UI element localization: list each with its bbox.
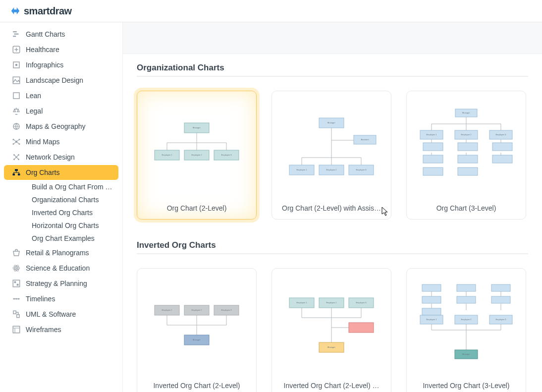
svg-text:Employee 1: Employee 1 — [296, 301, 307, 304]
template-preview: Employee 1Employee 2Employee 3Manager — [272, 269, 391, 377]
template-card[interactable]: Employee 1Employee 2Employee 3ManagerInv… — [271, 268, 391, 392]
svg-text:Manager: Manager — [462, 112, 470, 114]
svg-rect-1 — [14, 34, 19, 35]
svg-text:Manager: Manager — [462, 353, 470, 355]
lean-icon — [12, 91, 21, 100]
sidebar-item-lean[interactable]: Lean — [4, 88, 118, 103]
sidebar-item-landscape-design[interactable]: Landscape Design — [4, 73, 118, 88]
svg-text:Employee 3: Employee 3 — [356, 168, 367, 171]
svg-rect-62 — [458, 143, 478, 151]
sidebar-item-label: Legal — [26, 107, 43, 115]
infographic-icon — [12, 60, 21, 69]
brand-name: smartdraw — [24, 5, 72, 17]
sidebar-item-gantt-charts[interactable]: Gantt Charts — [4, 27, 118, 42]
brand-logo[interactable]: smartdraw — [10, 5, 72, 17]
svg-text:Employee 1: Employee 1 — [426, 318, 437, 321]
sidebar-item-timelines[interactable]: Timelines — [4, 291, 118, 306]
section-title-organizational: Organizational Charts — [137, 63, 528, 73]
svg-rect-20 — [13, 173, 15, 175]
legal-icon — [12, 107, 21, 115]
svg-rect-0 — [13, 31, 17, 32]
section-title-inverted: Inverted Org Charts — [137, 240, 528, 250]
sidebar-subitem-build-a-org-chart-from-data[interactable]: Build a Org Chart From Data — [4, 180, 118, 193]
retail-icon — [12, 248, 21, 257]
logo-icon — [10, 5, 21, 16]
sidebar-item-strategy-planning[interactable]: Strategy & Planning — [4, 276, 118, 291]
sidebar-item-infographics[interactable]: Infographics — [4, 57, 118, 72]
healthcare-icon — [12, 45, 21, 54]
sidebar-item-network-design[interactable]: Network Design — [4, 150, 118, 165]
sidebar-item-legal[interactable]: Legal — [4, 104, 118, 118]
sidebar-item-label: Landscape Design — [26, 76, 83, 84]
svg-rect-83 — [349, 323, 374, 333]
sidebar-item-label: Gantt Charts — [26, 30, 65, 38]
uml-icon — [12, 310, 21, 319]
sidebar-item-label: Science & Education — [26, 264, 90, 272]
toolbar-area — [123, 22, 542, 54]
svg-rect-64 — [423, 155, 443, 163]
svg-text:Employee 2: Employee 2 — [461, 318, 472, 321]
sidebar-item-science-education[interactable]: Science & Education — [4, 261, 118, 276]
svg-rect-28 — [17, 284, 19, 286]
template-label: Inverted Org Chart (3-Level) — [407, 377, 526, 392]
template-card[interactable]: ManagerAssistantEmployee 1Employee 2Empl… — [271, 91, 391, 220]
sidebar-item-label: Maps & Geography — [26, 122, 86, 130]
sidebar-subitem-inverted-org-charts[interactable]: Inverted Org Charts — [4, 206, 118, 219]
strategy-icon — [12, 279, 21, 288]
svg-rect-63 — [492, 143, 512, 151]
template-card[interactable]: Employee 1Employee 2Employee 3ManagerInv… — [137, 268, 257, 392]
sidebar-item-mind-maps[interactable]: Mind Maps — [4, 134, 118, 149]
svg-text:Assistant: Assistant — [361, 138, 369, 141]
sidebar-item-maps-geography[interactable]: Maps & Geography — [4, 119, 118, 134]
svg-text:Manager: Manager — [327, 346, 335, 348]
svg-text:Employee 2: Employee 2 — [461, 133, 472, 136]
template-preview: ManagerEmployee 1Employee 2Employee 3 — [407, 91, 526, 199]
svg-text:Employee 3: Employee 3 — [495, 133, 506, 136]
sidebar-subitem-org-chart-examples[interactable]: Org Chart Examples — [4, 232, 118, 245]
svg-text:Employee 1: Employee 1 — [162, 309, 172, 311]
mindmap-icon — [12, 137, 21, 146]
svg-text:Manager: Manager — [327, 121, 335, 124]
sidebar-item-retail-planograms[interactable]: Retail & Planograms — [4, 245, 118, 260]
sidebar-subitem-horizontal-org-charts[interactable]: Horizontal Org Charts — [4, 219, 118, 232]
template-card[interactable]: Employee 1Employee 2Employee 3ManagerInv… — [406, 268, 526, 392]
template-card[interactable]: ManagerEmployee 1Employee 2Employee 3Org… — [406, 91, 526, 220]
svg-text:Manager: Manager — [193, 126, 201, 129]
template-card[interactable]: ManagerEmployee 1Employee 2Employee 3Org… — [137, 91, 257, 220]
sidebar-item-uml-software[interactable]: UML & Software — [4, 307, 118, 322]
sidebar: Gantt ChartsHealthcareInfographicsLandsc… — [0, 22, 123, 392]
svg-rect-88 — [491, 284, 510, 291]
template-label: Inverted Org Chart (2-Level) … — [272, 377, 391, 392]
sidebar-item-wireframes[interactable]: Wireframes — [4, 322, 118, 337]
svg-text:Employee 3: Employee 3 — [221, 154, 232, 156]
sidebar-item-healthcare[interactable]: Healthcare — [4, 42, 118, 57]
template-preview: ManagerAssistantEmployee 1Employee 2Empl… — [272, 91, 391, 199]
svg-text:Manager: Manager — [193, 338, 201, 341]
template-label: Org Chart (2-Level) with Assis… — [272, 199, 391, 219]
template-preview: ManagerEmployee 1Employee 2Employee 3 — [137, 91, 256, 199]
sidebar-subitem-organizational-charts[interactable]: Organizational Charts — [4, 193, 118, 206]
svg-rect-86 — [422, 284, 441, 291]
svg-rect-27 — [14, 281, 16, 283]
template-preview: Employee 1Employee 2Employee 3Manager — [137, 269, 256, 377]
globe-icon — [12, 122, 21, 131]
svg-text:Employee 2: Employee 2 — [326, 301, 337, 304]
sidebar-item-label: Infographics — [26, 61, 63, 69]
template-preview: Employee 1Employee 2Employee 3Manager — [407, 269, 526, 377]
svg-rect-90 — [457, 296, 476, 303]
sidebar-item-label: Healthcare — [26, 46, 59, 54]
svg-point-22 — [16, 268, 17, 269]
svg-rect-92 — [422, 308, 441, 315]
svg-point-30 — [16, 298, 17, 300]
sidebar-item-org-charts[interactable]: Org Charts — [4, 165, 118, 180]
svg-text:Employee 1: Employee 1 — [426, 133, 437, 136]
svg-text:Employee 2: Employee 2 — [326, 168, 337, 171]
atom-icon — [12, 264, 21, 273]
landscape-icon — [12, 76, 21, 85]
timeline-icon — [12, 294, 21, 303]
sidebar-item-label: Lean — [26, 92, 41, 100]
svg-rect-61 — [423, 143, 443, 151]
svg-rect-21 — [18, 173, 20, 175]
svg-text:Employee 3: Employee 3 — [356, 301, 367, 304]
wireframe-icon — [12, 325, 21, 334]
